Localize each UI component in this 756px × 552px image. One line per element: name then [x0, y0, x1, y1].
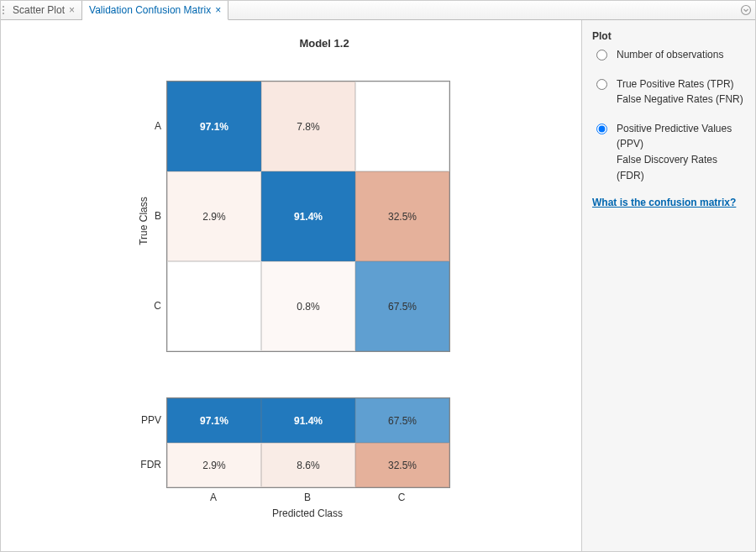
matrix-cell: 7.8% [261, 81, 355, 171]
svg-point-0 [742, 6, 751, 15]
radio-tpr-fnr[interactable]: True Positive Rates (TPR) False Negative… [592, 76, 745, 108]
plot-options-panel: Plot Number of observations True Positiv… [582, 20, 755, 551]
matrix-cell: 97.1% [167, 81, 261, 171]
summary-row-labels: PPV FDR [133, 397, 161, 486]
radio-input[interactable] [596, 50, 607, 60]
predicted-class-labels: A B C [166, 492, 449, 503]
true-class-labels: A B C [143, 81, 161, 350]
col-label: C [354, 492, 449, 503]
chevron-down-icon [740, 4, 752, 16]
matrix-cell: 91.4% [261, 171, 355, 261]
summary-cell: 97.1% [167, 398, 261, 443]
col-label: A [166, 492, 260, 503]
radio-input[interactable] [596, 124, 607, 134]
panel-title: Plot [592, 30, 745, 42]
matrix-cell: 67.5% [355, 261, 449, 351]
help-link-confusion-matrix[interactable]: What is the confusion matrix? [592, 197, 736, 208]
x-axis-label: Predicted Class [166, 507, 449, 519]
radio-label: Number of observations [617, 47, 723, 63]
summary-cell: 67.5% [355, 398, 449, 443]
matrix-cell: 2.9% [167, 171, 261, 261]
tab-validation-confusion-matrix[interactable]: Validation Confusion Matrix × [82, 1, 228, 20]
row-label: B [143, 171, 161, 260]
summary-cell: 8.6% [261, 443, 355, 487]
radio-ppv-fdr[interactable]: Positive Predictive Values (PPV) False D… [592, 121, 745, 183]
radio-input[interactable] [596, 79, 607, 90]
tabbar-menu-button[interactable] [737, 1, 755, 19]
matrix-cell [355, 81, 449, 171]
row-label: PPV [133, 397, 161, 442]
radio-label-line: Positive Predictive Values (PPV) [617, 121, 745, 152]
tab-scatter-plot[interactable]: Scatter Plot × [6, 1, 82, 19]
matrix-cell [167, 261, 261, 351]
summary-cell: 91.4% [261, 398, 355, 443]
row-label: FDR [133, 442, 161, 486]
summary-matrix: 97.1%91.4%67.5%2.9%8.6%32.5% [166, 397, 450, 488]
app-window: Scatter Plot × Validation Confusion Matr… [0, 0, 756, 552]
summary-cell: 2.9% [167, 443, 261, 487]
row-label: A [143, 81, 161, 171]
close-icon[interactable]: × [69, 5, 75, 15]
close-icon[interactable]: × [215, 5, 221, 15]
tab-label: Scatter Plot [13, 4, 65, 16]
tab-label: Validation Confusion Matrix [89, 4, 211, 16]
plot-canvas: Model 1.2 True Class A B C 97.1%7.8%2.9%… [1, 20, 582, 551]
radio-number-of-observations[interactable]: Number of observations [592, 47, 745, 63]
radio-label-line: False Discovery Rates (FDR) [617, 152, 745, 183]
tab-bar: Scatter Plot × Validation Confusion Matr… [1, 1, 755, 20]
confusion-matrix-area: True Class A B C 97.1%7.8%2.9%91.4%32.5%… [166, 81, 450, 352]
col-label: B [260, 492, 354, 503]
plot-title: Model 1.2 [183, 37, 465, 50]
radio-label-line: False Negative Rates (FNR) [617, 92, 743, 108]
matrix-cell: 32.5% [355, 171, 449, 261]
row-label: C [143, 260, 161, 350]
confusion-matrix: 97.1%7.8%2.9%91.4%32.5%0.8%67.5% [166, 81, 450, 352]
summary-cell: 32.5% [355, 443, 449, 487]
radio-label-line: True Positive Rates (TPR) [617, 76, 743, 92]
matrix-cell: 0.8% [261, 261, 355, 351]
